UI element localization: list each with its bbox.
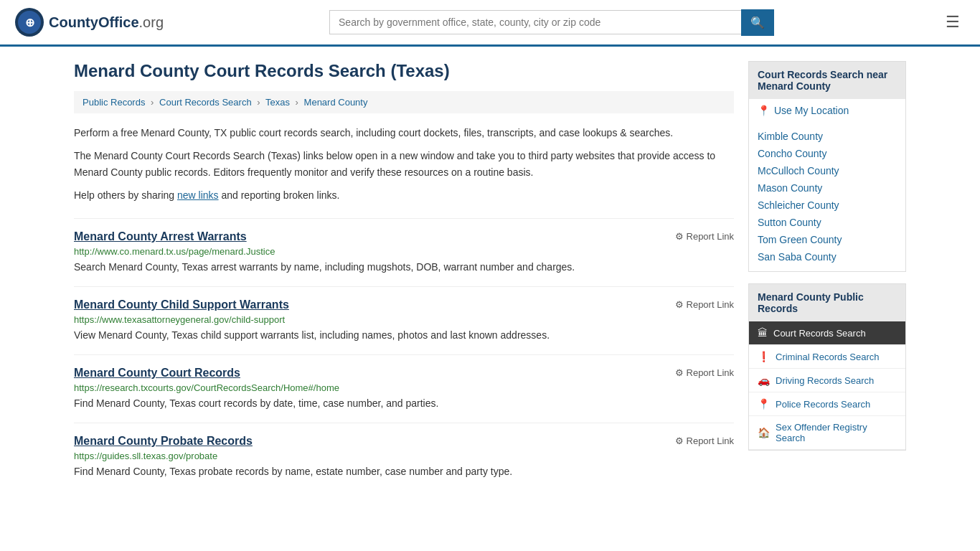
result-desc: Find Menard County, Texas court records …	[74, 396, 734, 411]
result-title: Menard County Child Support Warrants	[74, 298, 289, 311]
search-input[interactable]	[329, 10, 741, 34]
public-records-item: 🏛 Court Records Search	[749, 321, 905, 345]
public-records-item: 🚗 Driving Records Search	[749, 369, 905, 392]
result-link[interactable]: Menard County Court Records	[74, 367, 240, 379]
public-records-link[interactable]: 🚗 Driving Records Search	[749, 369, 905, 392]
nearby-county-item: San Saba County	[749, 248, 905, 265]
search-button[interactable]: 🔍	[741, 9, 774, 36]
nearby-county-link[interactable]: Kimble County	[758, 131, 823, 142]
logo-icon: ⊕	[14, 7, 44, 37]
result-link[interactable]: Menard County Arrest Warrants	[74, 230, 247, 242]
breadcrumb-menard[interactable]: Menard County	[304, 97, 368, 108]
result-item: Menard County Arrest Warrants ⚙ Report L…	[74, 218, 734, 286]
result-desc: Find Menard County, Texas probate record…	[74, 464, 734, 479]
location-icon: 📍	[758, 105, 770, 116]
report-link[interactable]: ⚙ Report Link	[675, 231, 734, 242]
public-records-item: 🏠 Sex Offender Registry Search	[749, 416, 905, 450]
result-link[interactable]: Menard County Probate Records	[74, 435, 253, 447]
report-link[interactable]: ⚙ Report Link	[675, 435, 734, 446]
nearby-county-item: Tom Green County	[749, 231, 905, 248]
nearby-county-link[interactable]: McCulloch County	[758, 165, 839, 176]
nearby-county-link[interactable]: Tom Green County	[758, 234, 842, 245]
public-records-header: Menard County Public Records	[749, 284, 905, 321]
new-links-link[interactable]: new links	[177, 189, 219, 201]
report-icon: ⚙	[675, 231, 684, 242]
result-url: https://research.txcourts.gov/CourtRecor…	[74, 382, 734, 393]
rec-label: Police Records Search	[776, 399, 870, 410]
result-item: Menard County Probate Records ⚙ Report L…	[74, 423, 734, 491]
nearby-list: Kimble CountyConcho CountyMcCulloch Coun…	[749, 122, 905, 271]
result-item: Menard County Court Records ⚙ Report Lin…	[74, 354, 734, 423]
result-title: Menard County Arrest Warrants	[74, 230, 247, 243]
nearby-header: Court Records Search near Menard County	[749, 62, 905, 99]
report-icon: ⚙	[675, 299, 684, 310]
nearby-county-link[interactable]: Concho County	[758, 148, 827, 159]
nearby-county-link[interactable]: San Saba County	[758, 251, 837, 263]
menu-button[interactable]: ☰	[940, 10, 966, 34]
public-records-link[interactable]: ❗ Criminal Records Search	[749, 345, 905, 368]
help-text: Help others by sharing new links and rep…	[74, 187, 734, 203]
public-records-section: Menard County Public Records 🏛 Court Rec…	[748, 283, 906, 451]
nearby-county-link[interactable]: Schleicher County	[758, 199, 839, 211]
svg-text:⊕: ⊕	[25, 17, 34, 29]
nearby-county-item: Concho County	[749, 145, 905, 162]
report-link[interactable]: ⚙ Report Link	[675, 367, 734, 378]
public-records-list: 🏛 Court Records Search ❗ Criminal Record…	[749, 321, 905, 450]
result-url: https://guides.sll.texas.gov/probate	[74, 451, 734, 461]
result-desc: Search Menard County, Texas arrest warra…	[74, 260, 734, 275]
results-list: Menard County Arrest Warrants ⚙ Report L…	[74, 218, 734, 491]
nearby-county-link[interactable]: Mason County	[758, 182, 822, 194]
nearby-section: Court Records Search near Menard County …	[748, 61, 906, 272]
result-header: Menard County Probate Records ⚙ Report L…	[74, 435, 734, 448]
report-label: Report Link	[687, 435, 734, 446]
rec-label: Criminal Records Search	[776, 352, 880, 362]
main-container: Menard County Court Records Search (Texa…	[60, 47, 920, 491]
report-link[interactable]: ⚙ Report Link	[675, 299, 734, 310]
page-title: Menard County Court Records Search (Texa…	[74, 61, 734, 81]
nearby-county-item: Kimble County	[749, 128, 905, 145]
breadcrumb-public-records[interactable]: Public Records	[83, 97, 145, 108]
report-label: Report Link	[687, 231, 734, 242]
result-url: http://www.co.menard.tx.us/page/menard.J…	[74, 246, 734, 257]
breadcrumb-texas[interactable]: Texas	[265, 97, 290, 108]
report-label: Report Link	[687, 299, 734, 310]
public-records-link[interactable]: 📍 Police Records Search	[749, 392, 905, 415]
rec-label: Driving Records Search	[776, 375, 874, 386]
public-records-link[interactable]: 🏠 Sex Offender Registry Search	[749, 416, 905, 449]
rec-icon: ❗	[758, 351, 770, 362]
rec-icon: 🏠	[758, 427, 770, 438]
public-records-item: 📍 Police Records Search	[749, 392, 905, 416]
rec-label: Court Records Search	[773, 328, 866, 339]
rec-icon: 🚗	[758, 375, 770, 386]
result-title: Menard County Probate Records	[74, 435, 253, 448]
rec-icon: 🏛	[758, 327, 768, 339]
report-label: Report Link	[687, 367, 734, 378]
logo-text: CountyOffice.org	[49, 14, 164, 31]
nearby-county-item: Mason County	[749, 179, 905, 197]
result-link[interactable]: Menard County Child Support Warrants	[74, 298, 289, 311]
intro-text: Perform a free Menard County, TX public …	[74, 125, 734, 141]
breadcrumb: Public Records › Court Records Search › …	[74, 91, 734, 113]
use-my-location[interactable]: 📍 Use My Location	[749, 99, 905, 122]
site-header: ⊕ CountyOffice.org 🔍 ☰	[0, 0, 980, 47]
nearby-county-link[interactable]: Sutton County	[758, 217, 821, 228]
result-item: Menard County Child Support Warrants ⚙ R…	[74, 286, 734, 354]
result-header: Menard County Court Records ⚙ Report Lin…	[74, 367, 734, 380]
report-icon: ⚙	[675, 367, 684, 378]
nearby-county-item: Sutton County	[749, 214, 905, 231]
content-area: Menard County Court Records Search (Texa…	[74, 61, 734, 491]
result-title: Menard County Court Records	[74, 367, 240, 380]
rec-label: Sex Offender Registry Search	[776, 422, 897, 443]
secondary-text: The Menard County Court Records Search (…	[74, 148, 734, 180]
result-url: https://www.texasattorneygeneral.gov/chi…	[74, 314, 734, 325]
public-records-link[interactable]: 🏛 Court Records Search	[749, 321, 905, 344]
use-my-location-label: Use My Location	[774, 105, 849, 116]
logo-area: ⊕ CountyOffice.org	[14, 7, 164, 37]
nearby-county-item: Schleicher County	[749, 197, 905, 214]
result-desc: View Menard County, Texas child support …	[74, 328, 734, 343]
search-area: 🔍	[329, 9, 774, 36]
public-records-item: ❗ Criminal Records Search	[749, 345, 905, 369]
breadcrumb-court-records[interactable]: Court Records Search	[159, 97, 252, 108]
result-header: Menard County Arrest Warrants ⚙ Report L…	[74, 230, 734, 243]
result-header: Menard County Child Support Warrants ⚙ R…	[74, 298, 734, 311]
